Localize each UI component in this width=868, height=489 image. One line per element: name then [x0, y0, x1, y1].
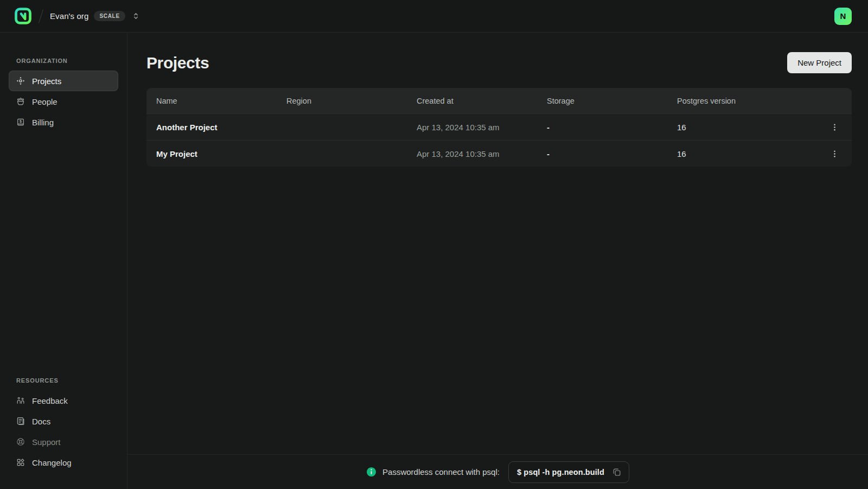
sidebar-item-support[interactable]: Support — [9, 431, 118, 452]
sidebar-item-label: Projects — [32, 77, 61, 86]
sidebar-item-label: Feedback — [32, 396, 68, 405]
column-header-storage: Storage — [537, 97, 667, 105]
footer-message: Passwordless connect with psql: — [382, 467, 500, 477]
cell-created-at: Apr 13, 2024 10:35 am — [407, 123, 537, 132]
sidebar-item-label: Docs — [32, 417, 50, 426]
docs-icon — [16, 416, 25, 426]
brand-area: Evan's org SCALE — [14, 7, 140, 25]
org-name: Evan's org — [50, 11, 88, 21]
sidebar-section-resources: RESOURCES FeedbackDocsSupportChangelog — [9, 361, 118, 473]
column-header-name: Name — [146, 97, 277, 105]
sidebar-item-label: Support — [32, 437, 61, 447]
new-project-button[interactable]: New Project — [787, 52, 852, 73]
compass-icon — [16, 76, 25, 86]
cell-postgres-version: 16 — [667, 123, 817, 132]
breadcrumb-divider — [39, 9, 43, 23]
people-icon — [16, 97, 25, 106]
table-row[interactable]: My ProjectApr 13, 2024 10:35 am-16 — [146, 140, 852, 167]
cell-created-at: Apr 13, 2024 10:35 am — [407, 149, 537, 158]
resources-section-label: RESOURCES — [16, 377, 111, 384]
plan-badge: SCALE — [94, 11, 125, 21]
row-menu-kebab-icon[interactable] — [826, 118, 843, 136]
changelog-icon — [16, 458, 25, 467]
sidebar-item-feedback[interactable]: Feedback — [9, 390, 118, 411]
cell-postgres-version: 16 — [667, 149, 817, 158]
table-body: Another ProjectApr 13, 2024 10:35 am-16M… — [146, 113, 852, 167]
sidebar-section-organization: ORGANIZATION ProjectsPeople$Billing — [9, 41, 118, 132]
info-icon — [366, 467, 376, 477]
projects-table: NameRegionCreated atStoragePostgres vers… — [146, 88, 852, 167]
psql-command: $ psql -h pg.neon.build — [517, 468, 604, 477]
topbar: Evan's org SCALE N — [0, 0, 868, 33]
resources-nav: FeedbackDocsSupportChangelog — [9, 390, 118, 473]
row-menu-kebab-icon[interactable] — [826, 145, 843, 162]
table-header-row: NameRegionCreated atStoragePostgres vers… — [146, 88, 852, 113]
main-content: Projects New Project NameRegionCreated a… — [127, 33, 868, 454]
column-header-postgres-version: Postgres version — [667, 97, 817, 105]
billing-icon: $ — [16, 117, 25, 127]
sidebar-item-people[interactable]: People — [9, 91, 118, 112]
cell-storage: - — [537, 123, 667, 132]
avatar-letter: N — [840, 11, 846, 21]
page-title: Projects — [146, 54, 209, 72]
sidebar-item-projects[interactable]: Projects — [9, 71, 118, 91]
sidebar: ORGANIZATION ProjectsPeople$Billing RESO… — [0, 33, 127, 489]
sidebar-item-billing[interactable]: $Billing — [9, 112, 118, 132]
organization-section-label: ORGANIZATION — [16, 58, 111, 64]
neon-logo[interactable] — [14, 7, 32, 25]
chevron-updown-icon — [132, 12, 140, 20]
footer-banner: Passwordless connect with psql: $ psql -… — [127, 454, 868, 489]
column-header-region: Region — [277, 97, 407, 105]
copy-icon[interactable] — [611, 466, 623, 478]
sidebar-item-label: People — [32, 97, 58, 106]
cell-storage: - — [537, 149, 667, 158]
sidebar-item-label: Billing — [32, 118, 54, 127]
support-icon — [16, 437, 25, 447]
psql-command-box: $ psql -h pg.neon.build — [508, 461, 629, 483]
feedback-icon — [16, 396, 25, 405]
org-switcher[interactable]: Evan's org SCALE — [50, 11, 140, 21]
sidebar-item-label: Changelog — [32, 458, 72, 467]
organization-nav: ProjectsPeople$Billing — [9, 71, 118, 132]
sidebar-item-docs[interactable]: Docs — [9, 411, 118, 431]
svg-text:$: $ — [20, 119, 22, 124]
avatar[interactable]: N — [834, 8, 852, 25]
cell-name: My Project — [146, 149, 277, 158]
sidebar-item-changelog[interactable]: Changelog — [9, 452, 118, 473]
table-row[interactable]: Another ProjectApr 13, 2024 10:35 am-16 — [146, 113, 852, 140]
column-header-created-at: Created at — [407, 97, 537, 105]
cell-name: Another Project — [146, 123, 277, 132]
